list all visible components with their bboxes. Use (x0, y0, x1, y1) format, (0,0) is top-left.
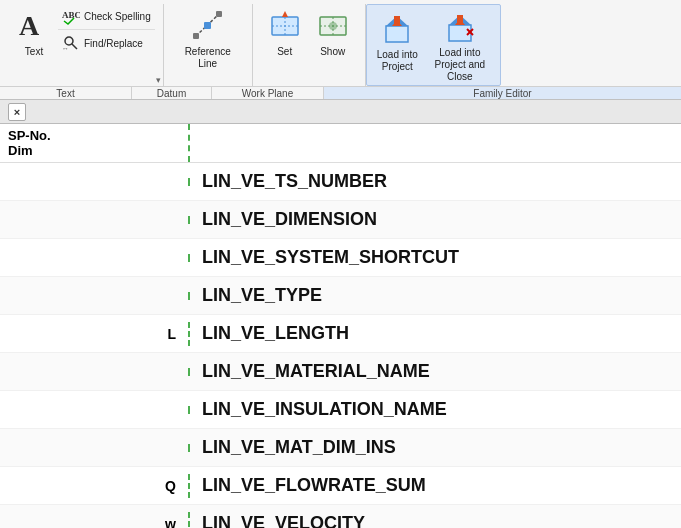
cell-left-8: Q (0, 474, 190, 498)
header-dim: Dim (8, 143, 33, 158)
cell-left-3 (0, 292, 190, 300)
svg-rect-8 (204, 22, 211, 29)
table-row: LIN_VE_DIMENSION (0, 201, 681, 239)
reference-line-label: Reference Line (178, 46, 238, 70)
svg-rect-17 (386, 26, 408, 42)
ribbon-content: A Text ABC Check Spelling (0, 0, 681, 86)
header-spno: SP-No. (8, 128, 51, 143)
set-button[interactable]: Set (261, 4, 309, 80)
table-rows-container: LIN_VE_TS_NUMBER LIN_VE_DIMENSION LIN_VE… (0, 163, 681, 528)
svg-text:↔: ↔ (62, 45, 69, 52)
svg-marker-12 (282, 11, 288, 17)
cell-left-7 (0, 444, 190, 452)
ribbon: A Text ABC Check Spelling (0, 0, 681, 100)
cell-left-5 (0, 368, 190, 376)
ribbon-group-family-editor: Load intoProject Load intoProject and Cl… (366, 4, 501, 86)
ribbon-group-workplane: Set Show (253, 4, 366, 86)
load-project-icon (379, 11, 415, 47)
divider (58, 29, 155, 30)
load-close-icon (442, 11, 478, 45)
ribbon-group-datum: Reference Line (164, 4, 253, 86)
cell-right-3: LIN_VE_TYPE (190, 281, 681, 310)
table-row: w LIN_VE_VELOCITY (0, 505, 681, 528)
svg-point-2 (65, 37, 73, 45)
set-button-label: Set (277, 46, 292, 58)
cell-right-4: LIN_VE_LENGTH (190, 319, 681, 348)
header-left: SP-No. Dim (0, 124, 190, 162)
text-button[interactable]: A Text (10, 4, 58, 80)
check-spelling-label: Check Spelling (84, 11, 151, 22)
cell-right-6: LIN_VE_INSULATION_NAME (190, 395, 681, 424)
group-label-workplane: Work Plane (212, 87, 324, 99)
show-button-label: Show (320, 46, 345, 58)
svg-rect-7 (216, 11, 222, 17)
reference-line-icon (190, 8, 226, 44)
table-row: LIN_VE_SYSTEM_SHORTCUT (0, 239, 681, 277)
cell-left-2 (0, 254, 190, 262)
cell-left-9: w (0, 512, 190, 529)
check-spelling-button[interactable]: ABC Check Spelling (58, 4, 155, 28)
group-label-datum: Datum (132, 87, 212, 99)
text-button-label: Text (25, 46, 43, 58)
table-row: LIN_VE_MATERIAL_NAME (0, 353, 681, 391)
svg-line-3 (72, 44, 77, 49)
table-row: LIN_VE_TYPE (0, 277, 681, 315)
close-bar: × (0, 100, 681, 124)
find-replace-icon: ↔ (62, 34, 80, 52)
cell-right-0: LIN_VE_TS_NUMBER (190, 167, 681, 196)
load-into-project-close-button[interactable]: Load intoProject and Close (424, 7, 496, 83)
table-row: LIN_VE_TS_NUMBER (0, 163, 681, 201)
reference-line-button[interactable]: Reference Line (172, 4, 244, 80)
show-button[interactable]: Show (309, 4, 357, 80)
text-icon: A (16, 8, 52, 44)
group-label-family-editor: Family Editor (324, 87, 681, 99)
svg-rect-20 (394, 16, 400, 24)
show-icon (315, 8, 351, 44)
check-spelling-icon: ABC (62, 7, 80, 25)
svg-rect-6 (193, 33, 199, 39)
svg-point-16 (329, 22, 337, 30)
cell-left-4: L (0, 322, 190, 346)
table-row: L LIN_VE_LENGTH (0, 315, 681, 353)
close-button[interactable]: × (8, 103, 26, 121)
table-row: LIN_VE_MAT_DIM_INS (0, 429, 681, 467)
table-row: Q LIN_VE_FLOWRATE_SUM (0, 467, 681, 505)
svg-rect-24 (457, 15, 463, 23)
cell-right-8: LIN_VE_FLOWRATE_SUM (190, 471, 681, 500)
cell-left-6 (0, 406, 190, 414)
ribbon-group-text: A Text ABC Check Spelling (2, 4, 164, 86)
load-close-label: Load intoProject and Close (430, 47, 490, 83)
table-area: LIN_VE_TS_NUMBER LIN_VE_DIMENSION LIN_VE… (0, 163, 681, 528)
table-header: SP-No. Dim (0, 124, 681, 163)
text-small-col: ABC Check Spelling ↔ Find/Replace (58, 4, 155, 55)
svg-text:ABC: ABC (62, 10, 80, 20)
ribbon-labels-row: Text Datum Work Plane Family Editor (0, 86, 681, 99)
load-project-label: Load intoProject (377, 49, 418, 73)
cell-left-0 (0, 178, 190, 186)
find-replace-label: Find/Replace (84, 38, 143, 49)
text-group-expand[interactable]: ▾ (156, 75, 161, 85)
set-icon (267, 8, 303, 44)
cell-right-9: LIN_VE_VELOCITY (190, 509, 681, 528)
cell-right-2: LIN_VE_SYSTEM_SHORTCUT (190, 243, 681, 272)
cell-right-1: LIN_VE_DIMENSION (190, 205, 681, 234)
main-content: SP-No. Dim LIN_VE_TS_NUMBER LIN_VE_DIMEN… (0, 124, 681, 528)
cell-left-1 (0, 216, 190, 224)
header-right (190, 139, 206, 147)
find-replace-button[interactable]: ↔ Find/Replace (58, 31, 155, 55)
svg-text:A: A (19, 10, 40, 41)
group-label-text: Text (0, 87, 132, 99)
table-row: LIN_VE_INSULATION_NAME (0, 391, 681, 429)
load-into-project-button[interactable]: Load intoProject (371, 7, 424, 83)
cell-right-5: LIN_VE_MATERIAL_NAME (190, 357, 681, 386)
cell-right-7: LIN_VE_MAT_DIM_INS (190, 433, 681, 462)
